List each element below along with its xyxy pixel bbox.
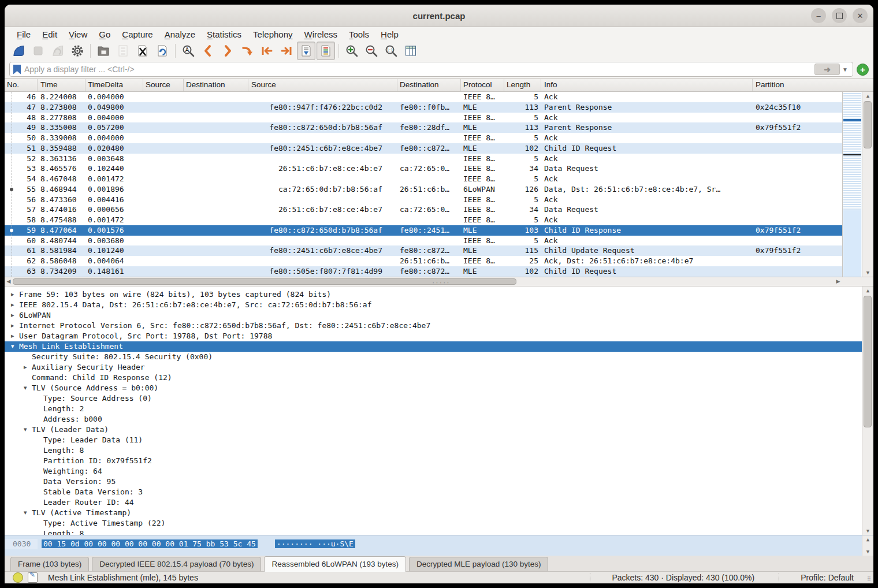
cell-length[interactable]: 5 [504, 236, 541, 246]
cell-source[interactable]: 26:51:c6:b7:e8:ce:4b:e7 [248, 204, 397, 215]
cell-source[interactable] [248, 256, 397, 266]
cell-no-[interactable]: 46 [5, 92, 38, 102]
packet-row-63[interactable]: 638.7342090.148161fe80::505e:f807:7f81:4… [5, 266, 842, 277]
cell-source[interactable] [143, 236, 184, 246]
scroll-up-icon[interactable]: ▲ [862, 535, 873, 544]
cell-time[interactable]: 8.474016 [38, 204, 85, 215]
cell-destination[interactable]: fe80::f0fb… [397, 102, 461, 113]
menu-tools[interactable]: Tools [344, 29, 374, 40]
menu-file[interactable]: File [12, 29, 36, 40]
packet-row-57[interactable]: 578.4740160.00065626:51:c6:b7:e8:ce:4b:e… [5, 204, 842, 215]
cell-timedelta[interactable]: 0.004000 [85, 133, 143, 143]
cell-destination[interactable]: fe80::2451… [397, 225, 461, 236]
cell-partition[interactable]: 0x24c35f10 [753, 102, 842, 113]
detail-line[interactable]: Type: Leader Data (11) [5, 435, 862, 445]
cell-destination[interactable] [397, 154, 461, 164]
minimize-icon[interactable]: – [811, 8, 826, 23]
cell-length[interactable]: 126 [504, 184, 541, 195]
cell-timedelta[interactable]: 0.020480 [85, 143, 143, 154]
cell-destination[interactable] [397, 195, 461, 205]
cell-destination[interactable] [184, 215, 248, 225]
cell-source[interactable] [248, 174, 397, 184]
cell-source[interactable] [248, 133, 397, 143]
cell-partition[interactable]: 0x79f551f2 [753, 245, 842, 256]
column-header-time[interactable]: Time [38, 79, 85, 91]
cell-protocol[interactable]: IEEE 8… [461, 236, 504, 246]
cell-source[interactable] [143, 92, 184, 102]
cell-protocol[interactable]: IEEE 8… [461, 163, 504, 174]
packet-row-54[interactable]: 548.4670480.001472IEEE 8…5Ack [5, 174, 842, 184]
byte-tab-decrypted-mle-payload-130-bytes-[interactable]: Decrypted MLE payload (130 bytes) [409, 557, 548, 571]
cell-time[interactable]: 8.277808 [38, 113, 85, 123]
capture-options-icon[interactable] [68, 42, 87, 60]
cell-length[interactable]: 5 [504, 92, 541, 102]
zoom-in-icon[interactable] [343, 42, 361, 60]
cell-source[interactable] [143, 154, 184, 164]
cell-length[interactable]: 5 [504, 154, 541, 164]
detail-line[interactable]: Partition ID: 0x79f551f2 [5, 456, 862, 466]
scroll-right-icon[interactable]: ▶ [834, 277, 842, 286]
cell-length[interactable]: 5 [504, 215, 541, 225]
cell-source[interactable]: ca:72:65:0d:b7:b8:56:af [248, 184, 397, 195]
cell-timedelta[interactable]: 0.001576 [85, 225, 143, 236]
cell-protocol[interactable]: MLE [461, 225, 504, 236]
cell-partition[interactable] [753, 256, 842, 266]
cell-destination[interactable]: ca:72:65:0… [397, 204, 461, 215]
cell-protocol[interactable]: IEEE 8… [461, 174, 504, 184]
cell-length[interactable]: 25 [504, 256, 541, 266]
cell-no-[interactable]: 50 [5, 133, 38, 143]
detail-line[interactable]: ▸Frame 59: 103 bytes on wire (824 bits),… [5, 289, 862, 300]
detail-line[interactable]: ▾TLV (Source Address = b0:00) [5, 383, 862, 393]
cell-length[interactable]: 103 [504, 225, 541, 236]
packet-row-62[interactable]: 628.5860480.00406426:51:c6:b…IEEE 8…25Ac… [5, 256, 842, 266]
detail-line[interactable]: Length: 8 [5, 529, 862, 535]
cell-destination[interactable] [184, 236, 248, 246]
cell-timedelta[interactable]: 0.004416 [85, 195, 143, 205]
cell-no-[interactable]: 47 [5, 102, 38, 113]
cell-protocol[interactable]: MLE [461, 102, 504, 113]
scroll-down-icon[interactable]: ▼ [862, 548, 873, 556]
cell-source[interactable] [143, 113, 184, 123]
close-file-icon[interactable] [133, 42, 152, 60]
cell-destination[interactable]: fe80::c872… [397, 143, 461, 154]
cell-destination[interactable] [397, 133, 461, 143]
cell-no-[interactable]: 63 [5, 266, 38, 277]
packet-row-60[interactable]: 608.4807440.003680IEEE 8…5Ack [5, 236, 842, 246]
packet-row-52[interactable]: 528.3631360.003648IEEE 8…5Ack [5, 154, 842, 164]
packet-row-56[interactable]: 568.4733600.004416IEEE 8…5Ack [5, 195, 842, 205]
cell-protocol[interactable]: MLE [461, 122, 504, 133]
cell-no-[interactable]: 62 [5, 256, 38, 266]
detail-line[interactable]: Type: Source Address (0) [5, 393, 862, 404]
capture-comment-icon[interactable] [28, 572, 38, 583]
cell-no-[interactable]: 49 [5, 122, 38, 133]
cell-info[interactable]: Ack [541, 133, 753, 143]
cell-destination[interactable] [184, 113, 248, 123]
cell-protocol[interactable]: IEEE 8… [461, 204, 504, 215]
cell-timedelta[interactable]: 0.001896 [85, 184, 143, 195]
cell-destination[interactable] [184, 133, 248, 143]
cell-source[interactable]: fe80::c872:650d:b7b8:56af [248, 122, 397, 133]
column-header-info[interactable]: Info [541, 79, 753, 91]
details-vscrollbar[interactable]: ▲ ▼ [862, 286, 873, 535]
expander-collapsed-icon[interactable]: ▸ [11, 300, 14, 310]
splitter-handle[interactable]: ····· [432, 535, 460, 536]
detail-line[interactable]: ▸Internet Protocol Version 6, Src: fe80:… [5, 321, 862, 331]
cell-source[interactable] [143, 266, 184, 277]
detail-line-selected[interactable]: ▾Mesh Link Establishment [5, 341, 862, 352]
menu-go[interactable]: Go [94, 29, 116, 40]
cell-length[interactable]: 5 [504, 113, 541, 123]
scroll-up-icon[interactable]: ▲ [862, 286, 873, 295]
profile-text[interactable]: Profile: Default [780, 573, 873, 582]
cell-info[interactable]: Ack [541, 113, 753, 123]
cell-destination[interactable]: ca:72:65:0… [397, 163, 461, 174]
cell-info[interactable]: Ack [541, 195, 753, 205]
cell-time[interactable]: 8.224008 [38, 92, 85, 102]
column-header-source[interactable]: Source [143, 79, 184, 91]
cell-protocol[interactable]: IEEE 8… [461, 195, 504, 205]
cell-partition[interactable] [753, 215, 842, 225]
cell-source[interactable] [143, 256, 184, 266]
scroll-down-icon[interactable]: ▼ [862, 527, 873, 535]
cell-destination[interactable]: 26:51:c6:b… [397, 256, 461, 266]
cell-source[interactable] [143, 102, 184, 113]
cell-destination[interactable] [184, 92, 248, 102]
